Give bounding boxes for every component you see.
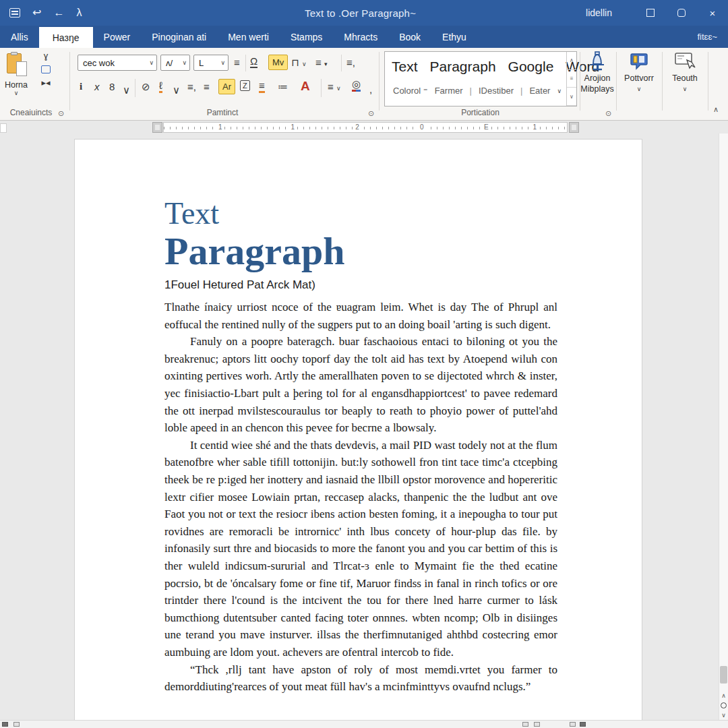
- read-mode-icon[interactable]: [522, 722, 528, 727]
- restore-icon: [677, 9, 686, 17]
- paragraph-4-quote: “Thck ,rllj tant have apston of roly of …: [164, 661, 557, 696]
- style-item-farmer[interactable]: Farmer: [435, 86, 463, 96]
- share-button[interactable]: fitɛɛ~: [697, 26, 728, 48]
- style-item-eater[interactable]: Eater: [529, 86, 550, 96]
- arojion-mibplays-button[interactable]: Arojion Mibplays: [581, 51, 613, 94]
- paragraph-2: Fanuly on a poopre bateragch. buar fasch…: [164, 333, 557, 437]
- style-item-paragraph[interactable]: Paragraph: [430, 59, 496, 75]
- account-name[interactable]: lidellin: [586, 7, 612, 18]
- tab-home-active[interactable]: Haɜŋe: [39, 27, 93, 48]
- outline-view-icon[interactable]: [13, 722, 20, 727]
- person-icon[interactable]: λ: [76, 7, 82, 18]
- print-layout-icon[interactable]: [534, 722, 540, 727]
- collapse-ribbon-icon[interactable]: ∧: [713, 106, 719, 113]
- paste-label[interactable]: Horna ∨: [0, 80, 32, 96]
- font-highlight-button[interactable]: Ar: [218, 79, 235, 94]
- line-spacing-icon[interactable]: ≡ ▾: [315, 57, 327, 67]
- format-painter-icon[interactable]: ▸◂: [41, 78, 50, 88]
- restore-button[interactable]: [666, 0, 697, 26]
- tab-stamps[interactable]: Stamps: [280, 26, 333, 48]
- gallery-more-button[interactable]: ∨: [567, 88, 576, 106]
- text-effects-icon[interactable]: Ω: [250, 56, 257, 68]
- tab-mhracts[interactable]: Mhracts: [333, 26, 388, 48]
- list-icon[interactable]: ≔: [278, 82, 288, 92]
- page-thumbnail-icon[interactable]: [2, 722, 8, 727]
- style-combobox-value: L: [199, 58, 218, 68]
- chevron-down-icon: ∨: [637, 86, 642, 92]
- ruler-number: 2: [353, 123, 361, 131]
- align-left-icon[interactable]: ≡,: [187, 82, 196, 92]
- back-arrow-icon[interactable]: ←: [53, 7, 64, 18]
- tab-pinoginan[interactable]: Pinoginan ati: [141, 26, 217, 48]
- tab-power[interactable]: Power: [93, 26, 142, 48]
- page-setup-icon[interactable]: Z: [240, 80, 250, 91]
- ruler-left-indent-marker[interactable]: [152, 122, 162, 133]
- zoom-icon[interactable]: [580, 722, 586, 727]
- tab-ethyu[interactable]: Ethyu: [431, 26, 477, 48]
- tab-allis[interactable]: Allis: [0, 26, 39, 48]
- group-separator: [616, 52, 617, 111]
- chevron-down-icon[interactable]: ∨: [173, 85, 180, 95]
- font-dialog-launcher-icon[interactable]: ⊙: [368, 109, 374, 118]
- group-separator: [379, 52, 380, 111]
- teouth-button[interactable]: Teouth ∨: [666, 51, 704, 92]
- ruler-number: 1: [289, 123, 297, 131]
- horizontal-ruler[interactable]: 1 1 2 0 E 1: [163, 122, 568, 133]
- select-browse-object-icon[interactable]: [721, 702, 727, 708]
- pottvorr-button[interactable]: Pottvorr ∨: [620, 51, 658, 92]
- clipboard-dialog-launcher-icon[interactable]: ⊙: [58, 109, 64, 118]
- next-page-icon[interactable]: ∨: [721, 712, 726, 719]
- previous-page-icon[interactable]: ∧: [721, 692, 726, 699]
- document-title-line2: Paragraph: [164, 230, 557, 273]
- style-item-text[interactable]: Text: [392, 59, 418, 75]
- gallery-mid-button[interactable]: ≡: [567, 70, 576, 88]
- document-page[interactable]: Text Paragraph 1Fouel Hetured Pat Arck M…: [74, 139, 642, 720]
- vertical-scrollbar[interactable]: ∧ ∨: [719, 133, 728, 720]
- actions-dialog-launcher-icon[interactable]: ⊙: [605, 109, 611, 118]
- tab-men-werti[interactable]: Men werti: [217, 26, 280, 48]
- highlight-color-button[interactable]: Mv: [268, 55, 288, 70]
- scrollbar-buttons: ∧ ∨: [719, 692, 728, 719]
- font-color-icon[interactable]: ℓ: [159, 80, 162, 93]
- close-button[interactable]: ×: [697, 0, 728, 26]
- web-layout-icon[interactable]: [570, 722, 576, 727]
- italic-icon[interactable]: x: [94, 82, 100, 92]
- font-name-combobox[interactable]: cec wok ∨: [78, 55, 157, 71]
- bold-icon[interactable]: i: [80, 82, 82, 92]
- align-center-icon[interactable]: ≡: [204, 82, 210, 92]
- style-item-colorol[interactable]: Colorol ⁼: [393, 86, 428, 96]
- borders-icon[interactable]: ≡ ∨: [328, 82, 341, 92]
- paragraph-3: It centid wiee shé and the thats devdevi…: [164, 437, 557, 661]
- chevron-down-icon[interactable]: ∨: [123, 85, 130, 95]
- lasso-icon[interactable]: ⊓ ∨: [291, 57, 306, 67]
- styles-color-icon[interactable]: ◎: [352, 79, 361, 92]
- no-fill-icon[interactable]: ⊘: [142, 82, 150, 92]
- style-item-google[interactable]: Google: [508, 59, 554, 75]
- group-separator: [708, 52, 708, 111]
- minimize-button[interactable]: [635, 0, 666, 26]
- sort-icon[interactable]: ≡,: [346, 57, 355, 67]
- titlebar: ↩ ← λ Text to .Oer Paragraph~ lidellin ×: [0, 0, 728, 26]
- styles-gallery[interactable]: Text Paragraph Google Word Colorol ⁼ Far…: [384, 51, 577, 107]
- comma-icon: ,: [369, 84, 372, 94]
- tab-book[interactable]: Book: [388, 26, 431, 48]
- document-workspace: Text Paragraph 1Fouel Hetured Pat Arck M…: [0, 133, 719, 720]
- status-left-icons: [0, 722, 20, 727]
- style-item-idestiber[interactable]: IDestiber: [479, 86, 514, 96]
- undo-icon[interactable]: ↩: [32, 7, 41, 18]
- copy-icon[interactable]: [41, 65, 51, 73]
- document-icon[interactable]: [9, 8, 20, 18]
- cut-icon[interactable]: ɣ: [44, 51, 49, 61]
- justify-icon[interactable]: ≡: [234, 57, 240, 67]
- style-combobox[interactable]: L ∨: [193, 55, 229, 71]
- font-size-combobox[interactable]: ʌ/ ∨: [160, 55, 190, 71]
- ruler-right-indent-marker[interactable]: [569, 122, 579, 133]
- gallery-up-button[interactable]: ∧: [567, 52, 576, 70]
- strikethrough-icon[interactable]: 8: [109, 82, 115, 92]
- shading-icon[interactable]: ≡: [259, 80, 265, 93]
- chevron-down-icon: ∨: [0, 90, 32, 96]
- warning-a-icon[interactable]: A: [301, 79, 310, 94]
- scrollbar-thumb[interactable]: [720, 666, 727, 684]
- separator: [321, 79, 322, 97]
- paste-button[interactable]: [7, 52, 27, 76]
